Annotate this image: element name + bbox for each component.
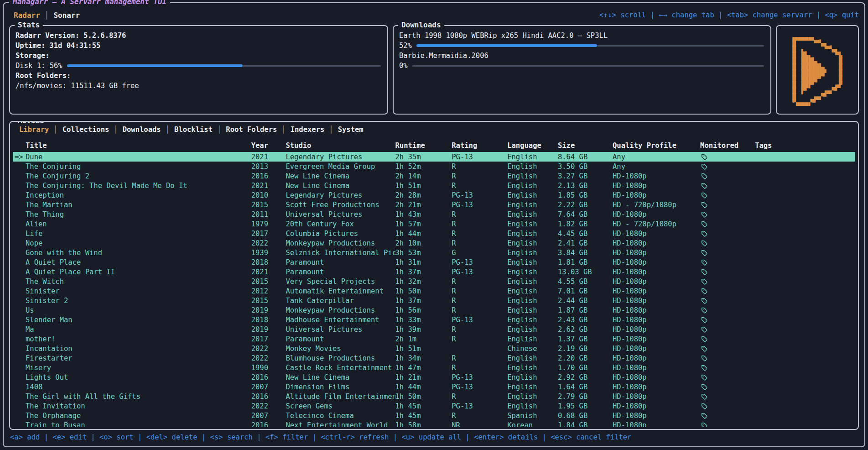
movie-quality-profile: HD-1080p xyxy=(613,373,700,382)
monitored-tag-icon xyxy=(701,422,707,428)
movie-runtime: 1h 39m xyxy=(395,325,452,334)
movie-row[interactable]: Alien 1979 20th Century Fox 1h 57m R Eng… xyxy=(13,219,855,229)
monitored-tag-icon xyxy=(701,355,707,361)
movie-row[interactable]: A Quiet Place Part II 2021 Paramount 1h … xyxy=(13,267,855,277)
monitored-tag-icon xyxy=(701,288,707,294)
movie-row[interactable]: Nope 2022 Monkeypaw Productions 2h 10m R… xyxy=(13,238,855,248)
movie-year: 2022 xyxy=(251,239,286,247)
movie-row[interactable]: Sinister 2 2015 Tank Caterpillar 1h 37m … xyxy=(13,296,855,305)
movie-rating: R xyxy=(452,210,507,219)
monitored-tag-icon xyxy=(701,345,707,352)
movie-studio: Automatik Entertainment xyxy=(286,287,395,295)
column-header-monitored: Monitored xyxy=(700,141,755,150)
movie-row[interactable]: A Quiet Place 2018 Paramount 1h 31m PG-1… xyxy=(13,257,855,267)
movie-row[interactable]: Lights Out 2016 New Line Cinema 1h 21m P… xyxy=(13,372,855,382)
tab-downloads[interactable]: Downloads xyxy=(118,126,166,134)
movie-row[interactable]: The Martian 2015 Scott Free Productions … xyxy=(13,200,855,209)
movie-year: 2018 xyxy=(251,258,286,267)
movie-quality-profile: HD-1080p xyxy=(613,239,700,247)
movie-row[interactable]: The Orphanage 2007 Telecinco Cinema 1h 4… xyxy=(13,411,855,420)
movie-row[interactable]: Incantation 2022 Monkey Movies 1h 51m Ch… xyxy=(13,344,855,353)
movie-row[interactable]: The Thing 2011 Universal Pictures 1h 43m… xyxy=(13,209,855,219)
movie-title: The Conjuring 2 xyxy=(26,172,89,180)
movie-year: 1990 xyxy=(251,364,286,372)
movie-language: English xyxy=(507,182,558,190)
movie-row[interactable]: Sinister 2012 Automatik Entertainment 1h… xyxy=(13,286,855,296)
monitored-tag-icon xyxy=(701,250,707,256)
movie-row[interactable]: Slender Man 2018 Madhouse Entertainment … xyxy=(13,315,855,324)
movie-rating: PG-13 xyxy=(452,383,507,391)
movie-row[interactable]: 1408 2007 Dimension Films 1h 44m PG-13 E… xyxy=(13,382,855,392)
movie-monitored xyxy=(700,221,755,227)
movie-language: English xyxy=(507,316,558,324)
tab-root-folders[interactable]: Root Folders xyxy=(221,126,281,134)
movie-monitored xyxy=(700,183,755,189)
servarr-tab-sonarr[interactable]: Sonarr xyxy=(49,11,84,20)
tab-collections[interactable]: Collections xyxy=(58,126,114,134)
movie-monitored xyxy=(700,384,755,390)
movie-rating: R xyxy=(452,392,507,401)
movie-size: 1.84 GB xyxy=(558,421,613,428)
movie-size: 0.68 GB xyxy=(558,412,613,420)
monitored-tag-icon xyxy=(701,221,707,227)
movie-runtime: 2h 35m xyxy=(395,153,452,161)
movie-row[interactable]: The Girl with All the Gifts 2016 Altitud… xyxy=(13,392,855,401)
movie-row[interactable]: Inception 2010 Legendary Pictures 2h 28m… xyxy=(13,190,855,200)
monitored-tag-icon xyxy=(701,384,707,390)
downloads-body: Earth 1998 1080p WEBRip x265 Hindi AAC2.… xyxy=(394,26,770,75)
servarr-tab-radarr[interactable]: Radarr xyxy=(9,11,45,20)
movie-language: English xyxy=(507,220,558,228)
movie-row[interactable]: Ma 2019 Universal Pictures 1h 39m R Engl… xyxy=(13,324,855,334)
movie-quality-profile: HD-1080p xyxy=(613,364,700,372)
monitored-tag-icon xyxy=(701,298,707,304)
monitored-tag-icon xyxy=(701,240,707,246)
movie-rating: R xyxy=(452,412,507,420)
movie-row[interactable]: The Invitation 2022 Screen Gems 1h 45m P… xyxy=(13,401,855,411)
movie-year: 2016 xyxy=(251,373,286,382)
movie-year: 2018 xyxy=(251,316,286,324)
movie-row[interactable]: Train to Busan 2016 Next Entertainment W… xyxy=(13,420,855,427)
monitored-tag-icon xyxy=(701,230,707,237)
tab-blocklist[interactable]: Blocklist xyxy=(170,126,217,134)
movie-size: 1.85 GB xyxy=(558,191,613,199)
movie-quality-profile: HD-1080p xyxy=(613,182,700,190)
movie-title: The Invitation xyxy=(26,402,85,410)
movie-year: 2017 xyxy=(251,230,286,238)
movie-title: Us xyxy=(26,306,34,314)
movie-language: Spanish xyxy=(507,412,558,420)
movie-studio: Monkey Movies xyxy=(286,345,395,353)
movie-row[interactable]: The Conjuring 2013 Evergreen Media Group… xyxy=(13,162,855,171)
movie-rating: R xyxy=(452,239,507,247)
movie-quality-profile: HD-1080p xyxy=(613,306,700,314)
movie-quality-profile: HD - 720p/1080p xyxy=(613,201,700,209)
tab-library[interactable]: Library xyxy=(15,126,53,134)
movie-row[interactable]: Life 2017 Columbia Pictures 1h 44m R Eng… xyxy=(13,229,855,238)
movie-quality-profile: HD-1080p xyxy=(613,335,700,343)
download-item: Barbie.Mermaidia.2006 0% xyxy=(399,51,765,71)
column-header-quality-profile: Quality Profile xyxy=(613,141,700,150)
monitored-tag-icon xyxy=(701,317,707,323)
movie-row[interactable]: The Conjuring: The Devil Made Me Do It 2… xyxy=(13,181,855,190)
tab-indexers[interactable]: Indexers xyxy=(286,126,329,134)
movie-row[interactable]: Firestarter 2022 Blumhouse Productions 1… xyxy=(13,353,855,363)
movie-row[interactable]: The Conjuring 2 2016 New Line Cinema 2h … xyxy=(13,171,855,181)
movie-row[interactable]: The Witch 2015 Very Special Projects 1h … xyxy=(13,277,855,286)
movie-monitored xyxy=(700,413,755,419)
download-percent: 52% xyxy=(399,41,412,51)
movie-runtime: 1h 33m xyxy=(395,316,452,324)
movie-monitored xyxy=(700,202,755,208)
movie-row[interactable]: mother! 2017 Paramount 2h 1m R English 1… xyxy=(13,334,855,344)
movie-rating: PG-13 xyxy=(452,201,507,209)
movie-row[interactable]: Misery 1990 Castle Rock Entertainment 1h… xyxy=(13,363,855,372)
movie-year: 2007 xyxy=(251,383,286,391)
movie-quality-profile: HD - 720p/1080p xyxy=(613,220,700,228)
movie-runtime: 1h 51m xyxy=(395,345,452,353)
movie-size: 3.50 GB xyxy=(558,162,613,171)
movie-row[interactable]: Gone with the Wind 1939 Selznick Interna… xyxy=(13,248,855,257)
tab-system[interactable]: System xyxy=(333,126,368,134)
movie-row[interactable]: =>Dune 2021 Legendary Pictures 2h 35m PG… xyxy=(13,152,855,162)
movie-year: 2015 xyxy=(251,277,286,286)
movie-title: mother! xyxy=(26,335,55,343)
stats-body: Radarr Version:5.2.6.8376 Uptime:31d 04:… xyxy=(10,26,387,95)
movie-row[interactable]: Us 2019 Monkeypaw Productions 1h 56m R E… xyxy=(13,305,855,315)
